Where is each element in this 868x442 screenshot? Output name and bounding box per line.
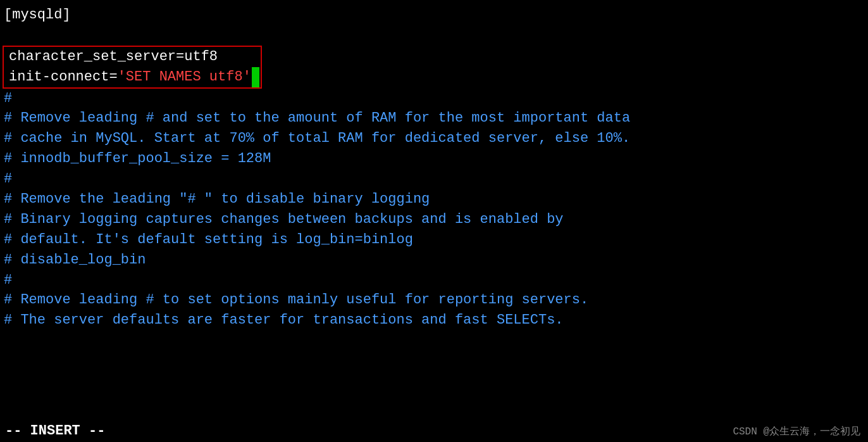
line-mysqld: [mysqld] <box>0 5 868 25</box>
cursor <box>252 67 259 87</box>
line-hash-1: # <box>0 89 868 109</box>
line-empty-1 <box>0 25 868 46</box>
insert-mode-label: -- INSERT -- <box>5 423 105 439</box>
line-comment-logging: # Binary logging captures changes betwee… <box>0 210 868 230</box>
line-init-connect: init-connect='SET NAMES utf8' <box>5 67 259 87</box>
line-comment-cache: # cache in MySQL. Start at 70% of total … <box>0 129 868 149</box>
line-comment-ram: # Remove leading # and set to the amount… <box>0 108 868 129</box>
line-comment-reporting: # Remove leading # to set options mainly… <box>0 290 868 310</box>
line-charset: character_set_server=utf8 <box>5 47 259 67</box>
line-comment-server-defaults: # The server defaults are faster for tra… <box>0 310 868 331</box>
watermark: CSDN @众生云海，一念初见 <box>733 425 860 438</box>
line-comment-default: # default. It's default setting is log_b… <box>0 230 868 250</box>
line-hash-2: # <box>0 169 868 189</box>
editor-area: [mysqld] character_set_server=utf8 init-… <box>0 0 868 442</box>
init-connect-value: 'SET NAMES utf8' <box>118 69 251 85</box>
line-comment-innodb: # innodb_buffer_pool_size = 128M <box>0 149 868 169</box>
line-hash-3: # <box>0 270 868 291</box>
line-comment-disable-log: # disable_log_bin <box>0 250 868 270</box>
line-comment-binary: # Remove the leading "# " to disable bin… <box>0 189 868 210</box>
